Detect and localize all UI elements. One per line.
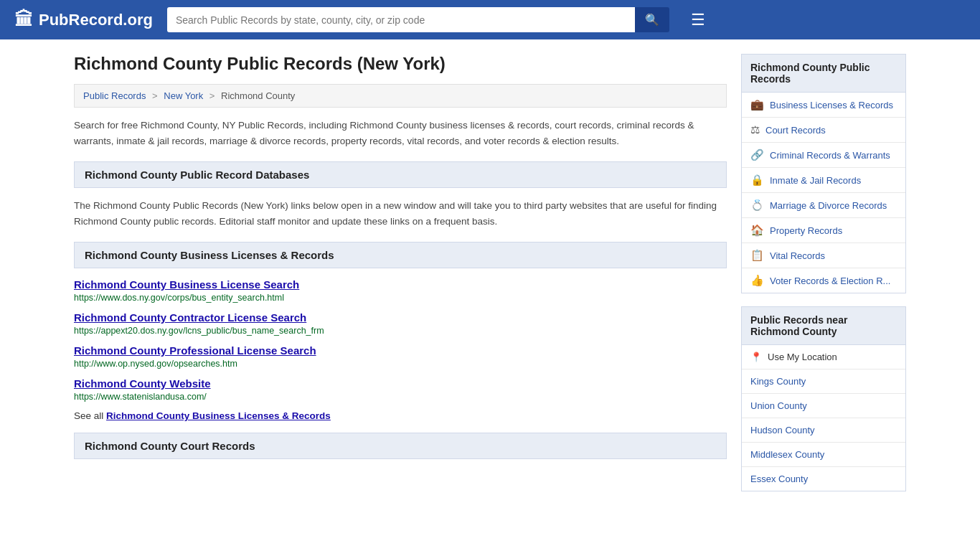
sidebar-item-court[interactable]: ⚖ Court Records xyxy=(742,118,905,143)
main-layout: Richmond County Public Records (New York… xyxy=(60,39,920,491)
see-all-business: See all Richmond County Business License… xyxy=(74,410,727,421)
sidebar-item-inmate[interactable]: 🔒 Inmate & Jail Records xyxy=(742,168,905,193)
sidebar-use-location-label: Use My Location xyxy=(768,352,837,362)
search-button[interactable]: 🔍 xyxy=(635,7,669,32)
sidebar-hudson-county-label: Hudson County xyxy=(750,425,815,435)
sidebar-middlesex-county-label: Middlesex County xyxy=(750,449,824,460)
sidebar-kings-county[interactable]: Kings County xyxy=(742,369,905,394)
sidebar-item-voter[interactable]: 👍 Voter Records & Election R... xyxy=(742,268,905,293)
sidebar-union-county[interactable]: Union County xyxy=(742,394,905,418)
business-icon: 💼 xyxy=(750,98,764,111)
sidebar-item-property[interactable]: 🏠 Property Records xyxy=(742,218,905,243)
sidebar-essex-county-label: Essex County xyxy=(750,474,808,484)
sidebar-item-business[interactable]: 💼 Business Licenses & Records xyxy=(742,93,905,118)
sidebar-essex-county[interactable]: Essex County xyxy=(742,467,905,491)
sidebar-item-voter-label: Voter Records & Election R... xyxy=(770,276,890,286)
page-description: Search for free Richmond County, NY Publ… xyxy=(74,118,727,149)
sidebar-records-links: 💼 Business Licenses & Records ⚖ Court Re… xyxy=(741,93,906,293)
contractor-license-search-url: https://appext20.dos.ny.gov/lcns_public/… xyxy=(74,326,727,336)
sidebar-item-property-label: Property Records xyxy=(770,225,842,236)
sidebar-nearby-links: 📍 Use My Location Kings County Union Cou… xyxy=(741,345,906,491)
sidebar-item-marriage[interactable]: 💍 Marriage & Divorce Records xyxy=(742,193,905,218)
sidebar-nearby-title: Public Records near Richmond County xyxy=(741,306,906,345)
logo[interactable]: 🏛 PubRecord.org xyxy=(14,9,153,31)
business-section-header: Richmond County Business Licenses & Reco… xyxy=(74,242,727,268)
breadcrumb-sep-1: > xyxy=(152,90,160,101)
sidebar: Richmond County Public Records 💼 Busines… xyxy=(741,54,906,491)
business-license-search-url: https://www.dos.ny.gov/corps/bus_entity_… xyxy=(74,293,727,303)
menu-icon: ☰ xyxy=(691,11,705,29)
county-website-link[interactable]: Richmond County Website xyxy=(74,377,727,390)
logo-text: PubRecord.org xyxy=(39,11,153,29)
sidebar-hudson-county[interactable]: Hudson County xyxy=(742,418,905,443)
county-website-url: https://www.statenislandusa.com/ xyxy=(74,392,727,402)
search-bar: 🔍 xyxy=(167,7,669,32)
sidebar-item-marriage-label: Marriage & Divorce Records xyxy=(770,200,887,211)
breadcrumb: Public Records > New York > Richmond Cou… xyxy=(74,84,727,108)
inmate-icon: 🔒 xyxy=(750,174,764,187)
sidebar-records-title: Richmond County Public Records xyxy=(741,54,906,93)
court-icon: ⚖ xyxy=(750,123,760,136)
menu-button[interactable]: ☰ xyxy=(691,11,705,29)
sidebar-union-county-label: Union County xyxy=(750,400,807,411)
location-icon: 📍 xyxy=(750,352,762,362)
breadcrumb-richmond-county: Richmond County xyxy=(221,90,295,101)
sidebar-middlesex-county[interactable]: Middlesex County xyxy=(742,443,905,467)
sidebar-kings-county-label: Kings County xyxy=(750,376,806,387)
search-icon: 🔍 xyxy=(645,14,659,26)
sidebar-item-vital-label: Vital Records xyxy=(770,250,825,261)
sidebar-item-criminal[interactable]: 🔗 Criminal Records & Warrants xyxy=(742,143,905,168)
criminal-icon: 🔗 xyxy=(750,149,764,161)
see-all-business-link[interactable]: Richmond County Business Licenses & Reco… xyxy=(106,410,331,421)
voter-icon: 👍 xyxy=(750,274,764,287)
marriage-icon: 💍 xyxy=(750,199,764,212)
databases-section-header: Richmond County Public Record Databases xyxy=(74,161,727,188)
databases-body: The Richmond County Public Records (New … xyxy=(74,198,727,229)
business-license-search-link[interactable]: Richmond County Business License Search xyxy=(74,278,727,291)
sidebar-item-court-label: Court Records xyxy=(765,125,826,136)
sidebar-item-vital[interactable]: 📋 Vital Records xyxy=(742,243,905,268)
contractor-license-search-link[interactable]: Richmond County Contractor License Searc… xyxy=(74,311,727,324)
search-input[interactable] xyxy=(167,7,635,32)
breadcrumb-new-york[interactable]: New York xyxy=(164,90,203,101)
site-header: 🏛 PubRecord.org 🔍 ☰ xyxy=(0,0,980,39)
breadcrumb-sep-2: > xyxy=(209,90,217,101)
sidebar-item-criminal-label: Criminal Records & Warrants xyxy=(770,150,890,161)
page-title: Richmond County Public Records (New York… xyxy=(74,54,727,74)
sidebar-item-business-label: Business Licenses & Records xyxy=(770,100,893,110)
professional-license-search-url: http://www.op.nysed.gov/opsearches.htm xyxy=(74,359,727,369)
breadcrumb-public-records[interactable]: Public Records xyxy=(83,90,146,101)
vital-icon: 📋 xyxy=(750,249,764,262)
court-section-header: Richmond County Court Records xyxy=(74,433,727,459)
sidebar-use-location[interactable]: 📍 Use My Location xyxy=(742,345,905,369)
sidebar-item-inmate-label: Inmate & Jail Records xyxy=(770,175,861,186)
logo-icon: 🏛 xyxy=(14,9,33,31)
professional-license-search-link[interactable]: Richmond County Professional License Sea… xyxy=(74,344,727,357)
property-icon: 🏠 xyxy=(750,224,764,237)
business-links: Richmond County Business License Search … xyxy=(74,278,727,402)
main-content: Richmond County Public Records (New York… xyxy=(74,54,727,491)
